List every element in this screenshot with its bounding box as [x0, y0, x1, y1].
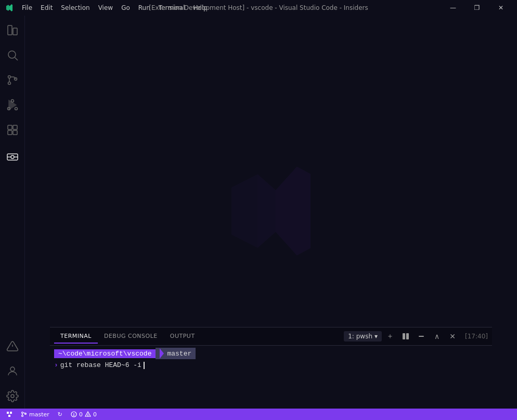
svg-point-27	[22, 415, 23, 417]
warning-count: 0	[93, 411, 97, 418]
menu-view[interactable]: View	[94, 3, 117, 12]
status-branch[interactable]: master	[19, 411, 51, 418]
status-errors[interactable]: 0 0	[69, 411, 99, 418]
svg-point-16	[11, 155, 14, 159]
status-remote-icon[interactable]	[4, 411, 15, 417]
svg-rect-1	[13, 28, 17, 35]
terminal-timestamp: [17:40]	[465, 333, 488, 340]
add-terminal-button[interactable]: ＋	[383, 329, 397, 344]
source-control-icon[interactable]	[0, 68, 25, 93]
svg-rect-14	[13, 130, 17, 135]
svg-rect-23	[403, 333, 405, 339]
status-sync[interactable]: ↻	[56, 411, 64, 418]
terminal-prompt-line: ~\code\microsoft\vscode master	[54, 348, 488, 359]
title-bar: File Edit Selection View Go Run Terminal…	[0, 0, 517, 16]
vscode-watermark	[219, 159, 323, 265]
svg-line-3	[15, 58, 18, 61]
menu-edit[interactable]: Edit	[36, 3, 57, 12]
svg-rect-12	[13, 125, 17, 129]
panel-actions: 1: pwsh ▾ ＋ ∧	[344, 329, 488, 344]
menu-bar: File Edit Selection View Go Run Terminal…	[18, 3, 441, 12]
svg-point-9	[15, 108, 17, 110]
error-count: 0	[79, 411, 83, 418]
menu-go[interactable]: Go	[117, 3, 134, 12]
close-button[interactable]: ✕	[489, 0, 513, 16]
run-debug-icon[interactable]	[0, 93, 25, 117]
status-bar: master ↻ 0 0	[0, 409, 517, 420]
activity-bar	[0, 16, 25, 409]
svg-rect-24	[406, 333, 409, 339]
restore-button[interactable]: ❐	[465, 0, 489, 16]
minimize-button[interactable]: —	[441, 0, 465, 16]
svg-rect-11	[8, 125, 12, 129]
menu-help[interactable]: Help	[189, 3, 212, 12]
menu-selection[interactable]: Selection	[57, 3, 94, 12]
svg-rect-13	[8, 130, 12, 135]
dropdown-chevron-icon: ▾	[374, 333, 378, 340]
window-controls: — ❐ ✕	[441, 0, 513, 16]
svg-point-5	[8, 82, 10, 85]
extensions-icon[interactable]	[0, 117, 25, 142]
prompt-arrow-icon: ›	[54, 361, 58, 369]
kill-terminal-button[interactable]	[414, 329, 429, 344]
svg-rect-0	[8, 25, 12, 35]
menu-terminal[interactable]: Terminal	[154, 3, 189, 12]
menu-run[interactable]: Run	[134, 3, 154, 12]
tab-output[interactable]: OUTPUT	[164, 330, 201, 344]
tab-terminal[interactable]: TERMINAL	[54, 330, 98, 344]
terminal-command: git rebase HEAD~6 -i	[60, 361, 141, 369]
status-bar-left: master ↻ 0 0	[4, 411, 99, 418]
svg-point-2	[8, 51, 16, 58]
svg-point-22	[11, 395, 14, 398]
terminal-body[interactable]: ~\code\microsoft\vscode master › git reb…	[50, 346, 492, 397]
explorer-icon[interactable]	[0, 18, 25, 43]
vscode-logo	[4, 3, 15, 13]
editor-area: TERMINAL DEBUG CONSOLE OUTPUT 1: pwsh ▾ …	[25, 16, 517, 409]
terminal-panel: TERMINAL DEBUG CONSOLE OUTPUT 1: pwsh ▾ …	[50, 327, 492, 397]
terminal-name-label: 1: pwsh	[348, 333, 372, 340]
svg-rect-25	[419, 336, 424, 337]
sync-icon: ↻	[58, 411, 62, 418]
problems-icon[interactable]	[0, 334, 25, 359]
main-layout: TERMINAL DEBUG CONSOLE OUTPUT 1: pwsh ▾ …	[0, 16, 517, 409]
settings-icon[interactable]	[0, 384, 25, 409]
menu-file[interactable]: File	[18, 3, 36, 12]
svg-point-21	[10, 367, 15, 371]
svg-point-26	[22, 412, 23, 414]
terminal-dropdown[interactable]: 1: pwsh ▾	[344, 331, 382, 342]
terminal-cursor	[144, 362, 145, 369]
panel-tab-bar: TERMINAL DEBUG CONSOLE OUTPUT 1: pwsh ▾ …	[50, 327, 492, 346]
remote-explorer-icon[interactable]	[0, 145, 25, 169]
svg-point-4	[8, 76, 10, 78]
prompt-path: ~\code\microsoft\vscode	[54, 349, 156, 358]
tab-debug-console[interactable]: DEBUG CONSOLE	[98, 330, 164, 344]
terminal-command-line: › git rebase HEAD~6 -i	[54, 361, 488, 369]
split-terminal-button[interactable]	[398, 329, 413, 344]
panel-up-button[interactable]: ∧	[430, 329, 444, 344]
branch-name: master	[29, 411, 49, 418]
account-icon[interactable]	[0, 359, 25, 384]
search-icon[interactable]	[0, 43, 25, 68]
svg-point-10	[11, 100, 14, 102]
svg-point-34	[88, 416, 88, 416]
prompt-branch: master	[156, 348, 196, 359]
svg-point-32	[74, 415, 74, 416]
panel-close-button[interactable]: ✕	[445, 329, 460, 344]
